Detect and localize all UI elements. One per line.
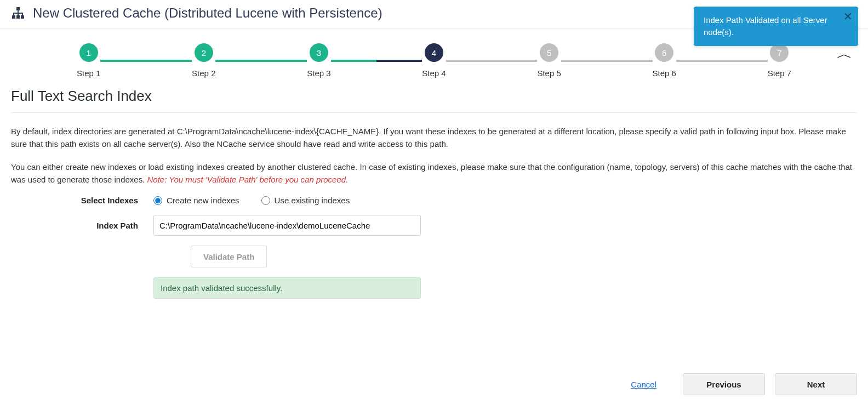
- step-label: Step 7: [768, 69, 791, 78]
- radio-existing-input[interactable]: [261, 196, 270, 205]
- toast-message: Index Path Validated on all Server node(…: [704, 15, 827, 37]
- index-form: Select Indexes Create new indexes Use ex…: [11, 196, 857, 299]
- page-title: New Clustered Cache (Distributed Lucene …: [33, 5, 382, 21]
- step-connector: [215, 60, 307, 62]
- step-3[interactable]: 3Step 3: [307, 43, 330, 78]
- step-7[interactable]: 7Step 7: [768, 43, 791, 78]
- close-icon[interactable]: ✕: [843, 11, 853, 22]
- label-select-indexes: Select Indexes: [11, 196, 153, 205]
- section-title: Full Text Search Index: [11, 88, 857, 113]
- toast-notification: Index Path Validated on all Server node(…: [694, 7, 858, 46]
- previous-button[interactable]: Previous: [683, 373, 765, 395]
- svg-rect-0: [16, 7, 20, 10]
- step-connector: [100, 60, 192, 62]
- step-dot: 6: [655, 43, 673, 62]
- description-paragraph-2: You can either create new indexes or loa…: [11, 161, 857, 186]
- step-dot: 2: [195, 43, 213, 62]
- step-dot: 7: [770, 43, 789, 62]
- step-2[interactable]: 2Step 2: [192, 43, 215, 78]
- step-6[interactable]: 6Step 6: [653, 43, 676, 78]
- step-dot: 5: [540, 43, 558, 62]
- description-paragraph-1: By default, index directories are genera…: [11, 125, 857, 151]
- step-4[interactable]: 4Step 4: [422, 43, 446, 78]
- step-connector: [331, 60, 422, 62]
- radio-existing-label: Use existing indexes: [275, 196, 350, 205]
- step-label: Step 5: [537, 69, 561, 78]
- svg-rect-3: [21, 15, 24, 19]
- step-label: Step 4: [422, 69, 446, 78]
- row-validate: Validate Path: [11, 246, 857, 267]
- validate-path-button[interactable]: Validate Path: [191, 246, 267, 267]
- step-connector: [446, 60, 538, 62]
- main-content: Full Text Search Index By default, index…: [0, 83, 868, 304]
- step-label: Step 3: [307, 69, 330, 78]
- radio-create-input[interactable]: [153, 196, 162, 205]
- sitemap-icon: [11, 7, 25, 20]
- step-connector: [676, 60, 768, 62]
- cancel-link[interactable]: Cancel: [631, 380, 656, 389]
- radio-create-label: Create new indexes: [167, 196, 239, 205]
- validation-success-message: Index path validated successfully.: [153, 277, 421, 299]
- step-connector: [561, 60, 653, 62]
- index-path-input[interactable]: [153, 215, 421, 236]
- step-1[interactable]: 1Step 1: [77, 43, 100, 78]
- svg-rect-1: [12, 15, 15, 19]
- step-dot: 1: [79, 43, 98, 62]
- radio-use-existing-indexes[interactable]: Use existing indexes: [261, 196, 350, 205]
- chevron-up-icon[interactable]: ︿: [837, 46, 853, 62]
- step-label: Step 6: [653, 69, 676, 78]
- wizard-footer: Cancel Previous Next: [0, 364, 868, 399]
- description-warning: Note: You must 'Validate Path' before yo…: [147, 175, 349, 184]
- step-5[interactable]: 5Step 5: [537, 43, 561, 78]
- radio-create-new-indexes[interactable]: Create new indexes: [153, 196, 239, 205]
- label-index-path: Index Path: [11, 221, 153, 230]
- step-label: Step 2: [192, 69, 215, 78]
- next-button[interactable]: Next: [775, 373, 857, 395]
- step-label: Step 1: [77, 69, 100, 78]
- row-index-path: Index Path: [11, 215, 857, 236]
- svg-rect-2: [16, 15, 20, 19]
- step-dot: 3: [310, 43, 328, 62]
- description-paragraph-2-text: You can either create new indexes or loa…: [11, 162, 852, 184]
- step-dot: 4: [425, 43, 443, 62]
- row-select-indexes: Select Indexes Create new indexes Use ex…: [11, 196, 857, 205]
